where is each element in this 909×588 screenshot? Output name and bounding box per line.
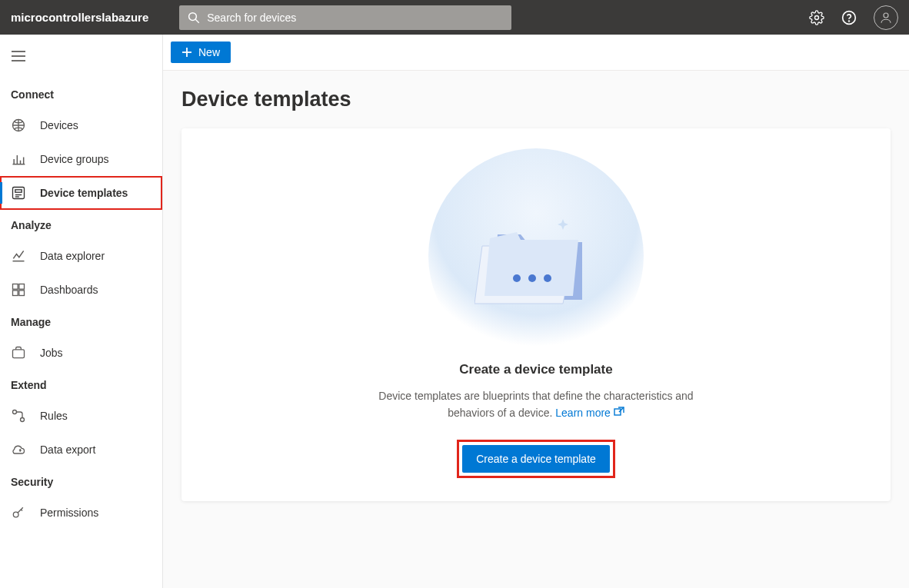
sidebar-item-rules[interactable]: Rules xyxy=(0,399,162,433)
empty-description-text: Device templates are blueprints that def… xyxy=(378,390,693,419)
avatar[interactable] xyxy=(874,5,898,30)
svg-point-25 xyxy=(21,418,25,422)
svg-point-2 xyxy=(815,15,819,19)
empty-heading: Create a device template xyxy=(459,362,612,377)
svg-point-26 xyxy=(13,512,18,517)
template-icon xyxy=(11,185,26,201)
sidebar-item-label: Device templates xyxy=(40,187,128,199)
sidebar-item-label: Data export xyxy=(40,443,95,456)
page-title: Device templates xyxy=(163,71,909,119)
create-device-template-button[interactable]: Create a device template xyxy=(462,445,610,473)
key-icon xyxy=(11,505,26,520)
folder-icon xyxy=(474,215,598,315)
svg-point-34 xyxy=(544,274,551,282)
svg-rect-19 xyxy=(13,284,18,290)
plus-icon xyxy=(181,47,192,58)
create-button-highlight: Create a device template xyxy=(457,440,615,478)
nav-section-extend: Extend xyxy=(0,370,162,399)
svg-rect-22 xyxy=(19,291,25,296)
sidebar-item-label: Jobs xyxy=(40,347,63,359)
sidebar-item-label: Rules xyxy=(40,410,68,422)
sidebar-item-dashboards[interactable]: Dashboards xyxy=(0,273,162,307)
svg-point-4 xyxy=(849,21,850,22)
search-container xyxy=(179,5,511,30)
sidebar-item-label: Data explorer xyxy=(40,250,105,262)
topbar: microcontrollerslabazure xyxy=(0,0,909,35)
new-button-label: New xyxy=(198,46,220,58)
search-icon xyxy=(187,11,201,25)
svg-marker-31 xyxy=(484,232,578,296)
device-icon xyxy=(11,118,26,133)
svg-point-0 xyxy=(189,12,197,20)
empty-state-card: Create a device template Device template… xyxy=(181,128,891,501)
sidebar-item-data-export[interactable]: Data export xyxy=(0,433,162,467)
app-title: microcontrollerslabazure xyxy=(11,11,148,24)
main: New Device templates Create a device tem… xyxy=(163,35,909,588)
svg-rect-20 xyxy=(19,284,25,290)
sidebar-item-label: Dashboards xyxy=(40,284,98,296)
sidebar-item-label: Devices xyxy=(40,119,78,131)
briefcase-icon xyxy=(11,345,26,360)
hamburger-icon[interactable] xyxy=(0,45,162,79)
svg-point-33 xyxy=(528,274,536,282)
sidebar-item-device-groups[interactable]: Device groups xyxy=(0,142,162,176)
sidebar: Connect Devices Device groups Device tem… xyxy=(0,35,163,588)
svg-line-1 xyxy=(195,19,199,23)
sidebar-item-label: Permissions xyxy=(40,507,98,519)
grid-icon xyxy=(11,282,26,297)
sidebar-item-permissions[interactable]: Permissions xyxy=(0,496,162,530)
gear-icon[interactable] xyxy=(809,10,824,25)
svg-rect-23 xyxy=(13,350,25,358)
sidebar-item-devices[interactable]: Devices xyxy=(0,108,162,142)
svg-rect-21 xyxy=(13,291,18,296)
flow-icon xyxy=(11,408,26,424)
cloud-export-icon xyxy=(11,442,26,457)
svg-point-5 xyxy=(884,13,888,18)
new-button[interactable]: New xyxy=(171,42,231,63)
help-icon[interactable] xyxy=(841,10,857,25)
sidebar-item-label: Device groups xyxy=(40,153,109,165)
nav-section-analyze: Analyze xyxy=(0,210,162,239)
line-chart-icon xyxy=(11,248,26,264)
sidebar-item-data-explorer[interactable]: Data explorer xyxy=(0,239,162,273)
nav-section-security: Security xyxy=(0,467,162,496)
learn-more-link[interactable]: Learn more xyxy=(555,407,624,419)
topbar-right xyxy=(809,5,898,30)
sidebar-item-device-templates[interactable]: Device templates xyxy=(0,176,162,210)
svg-rect-16 xyxy=(15,190,22,192)
nav-section-connect: Connect xyxy=(0,79,162,108)
search-input[interactable] xyxy=(179,5,511,30)
nav-section-manage: Manage xyxy=(0,307,162,336)
svg-point-32 xyxy=(513,274,521,282)
external-link-icon xyxy=(614,404,624,414)
empty-illustration xyxy=(425,164,648,348)
sidebar-item-jobs[interactable]: Jobs xyxy=(0,336,162,370)
command-bar: New xyxy=(163,35,909,71)
bar-chart-icon xyxy=(11,151,26,167)
empty-description: Device templates are blueprints that def… xyxy=(367,388,705,421)
svg-point-24 xyxy=(13,410,17,414)
